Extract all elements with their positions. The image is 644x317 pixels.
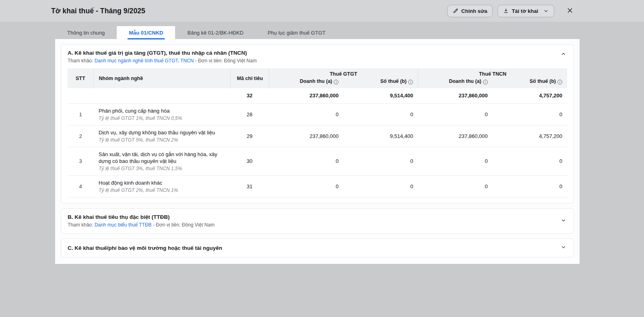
column-group-thue-gtgt: Thuế GTGT <box>269 68 418 78</box>
table-row: 4 Hoạt động kinh doanh khác Tỷ lệ thuế G… <box>68 175 567 197</box>
chevron-up-icon <box>561 51 566 58</box>
total-tncn-revenue: 237,860,000 <box>418 88 493 103</box>
tab-label: Phụ lục giảm thuế GTGT <box>268 30 326 36</box>
tncn-tax: 4,757,200 <box>493 125 567 147</box>
reference-link[interactable]: Danh mục biểu thuế TTĐB <box>95 222 152 228</box>
total-tncn-tax: 4,757,200 <box>493 88 567 103</box>
section-a-card: A. Kê khai thuế giá trị gia tăng (GTGT),… <box>61 44 574 204</box>
row-code: 31 <box>230 175 269 197</box>
declaration-workspace: Thông tin chung Mẫu 01/CNKD Bảng kê 01-2… <box>55 26 580 264</box>
tab-bar: Thông tin chung Mẫu 01/CNKD Bảng kê 01-2… <box>55 26 580 39</box>
total-code: 32 <box>230 88 269 103</box>
tncn-revenue: 237,860,000 <box>418 125 493 147</box>
tab-thong-tin-chung[interactable]: Thông tin chung <box>55 26 117 39</box>
tncn-revenue: 0 <box>418 147 493 175</box>
gtgt-revenue: 0 <box>269 175 343 197</box>
close-icon <box>567 7 573 15</box>
column-header-gtgt-doanh-thu: Doanh thu (a) <box>269 78 343 88</box>
modal-header: Tờ khai thuế - Tháng 9/2025 Chỉnh sửa Tả… <box>0 0 644 22</box>
table-row: 3 Sản xuất, vận tải, dịch vụ có gắn với … <box>68 147 567 175</box>
row-stt: 2 <box>68 125 93 147</box>
row-stt: 1 <box>68 103 93 125</box>
row-code: 28 <box>230 103 269 125</box>
tab-label: Bảng kê 01-2/BK-HĐKD <box>187 30 243 36</box>
row-code: 29 <box>230 125 269 147</box>
expand-section-b-button[interactable] <box>560 217 567 225</box>
tncn-revenue: 0 <box>418 175 493 197</box>
info-icon[interactable] <box>408 80 413 84</box>
tab-label: Thông tin chung <box>67 30 105 36</box>
column-header-gtgt-so-thue: Số thuế (b) <box>343 78 418 88</box>
column-header-tncn-doanh-thu: Doanh thu (a) <box>418 78 493 88</box>
column-header-label: Doanh thu (a) <box>300 78 332 84</box>
tax-declaration-table: STT Nhóm ngành nghề Mã chỉ tiêu Thuế GTG… <box>68 68 567 198</box>
industry-group-name: Phân phối, cung cấp hàng hóa <box>99 107 225 114</box>
gtgt-revenue: 0 <box>269 103 343 125</box>
chevron-down-icon <box>543 8 549 14</box>
info-icon[interactable] <box>334 80 339 84</box>
section-a-reference: Tham khảo: Danh mục ngành nghề tính thuế… <box>68 58 567 64</box>
column-header-label: Số thuế (b) <box>380 78 407 84</box>
table-total-row: 32 237,860,000 9,514,400 237,860,000 4,7… <box>68 88 567 103</box>
edit-button-label: Chỉnh sửa <box>461 8 487 14</box>
column-header-label: Số thuế (b) <box>530 78 556 84</box>
download-declaration-button[interactable]: Tải tờ khai <box>497 5 554 17</box>
tab-bang-ke-01-2[interactable]: Bảng kê 01-2/BK-HĐKD <box>175 26 255 39</box>
gtgt-revenue: 237,860,000 <box>269 125 343 147</box>
gtgt-tax: 0 <box>343 175 418 197</box>
download-icon <box>503 8 509 14</box>
section-b-card: B. Kê khai thuế tiêu thụ đặc biệt (TTĐB)… <box>61 208 574 234</box>
section-a-title: A. Kê khai thuế giá trị gia tăng (GTGT),… <box>68 50 567 56</box>
reference-suffix: - Đơn vị tiền: Đồng Việt Nam <box>194 58 256 64</box>
tncn-tax: 0 <box>493 103 567 125</box>
industry-group-name: Dịch vụ, xây dựng không bao thầu nguyên … <box>99 129 225 136</box>
row-stt: 4 <box>68 175 93 197</box>
expand-section-c-button[interactable] <box>560 244 567 252</box>
column-header-tncn-so-thue: Số thuế (b) <box>493 78 567 88</box>
page-title: Tờ khai thuế - Tháng 9/2025 <box>51 7 447 15</box>
table-row: 2 Dịch vụ, xây dựng không bao thầu nguyê… <box>68 125 567 147</box>
close-button[interactable] <box>565 6 575 16</box>
tncn-tax: 0 <box>493 175 567 197</box>
info-icon[interactable] <box>483 80 488 84</box>
info-icon[interactable] <box>557 80 562 84</box>
industry-group-name: Hoạt động kinh doanh khác <box>99 179 225 186</box>
total-gtgt-tax: 9,514,400 <box>343 88 418 103</box>
chevron-down-icon <box>561 218 566 224</box>
section-b-title: B. Kê khai thuế tiêu thụ đặc biệt (TTĐB) <box>68 214 567 220</box>
total-gtgt-revenue: 237,860,000 <box>269 88 343 103</box>
edit-button[interactable]: Chỉnh sửa <box>447 5 493 17</box>
tax-rate-note: Tỷ lệ thuế GTGT 2%, thuế TNCN 1% <box>99 187 225 193</box>
table-header: STT Nhóm ngành nghề Mã chỉ tiêu Thuế GTG… <box>68 68 567 88</box>
column-header-ma-chi-tieu: Mã chỉ tiêu <box>230 68 269 88</box>
chevron-down-icon <box>561 245 566 251</box>
gtgt-tax: 0 <box>343 103 418 125</box>
column-header-label: Doanh thu (a) <box>449 78 481 84</box>
tab-mau-01-cnkd[interactable]: Mẫu 01/CNKD <box>117 26 175 39</box>
reference-prefix: Tham khảo: <box>68 222 95 228</box>
tab-label: Mẫu 01/CNKD <box>129 30 163 36</box>
reference-prefix: Tham khảo: <box>68 58 95 64</box>
section-b-reference: Tham khảo: Danh mục biểu thuế TTĐB - Đơn… <box>68 222 567 228</box>
tab-content-panel: A. Kê khai thuế giá trị gia tăng (GTGT),… <box>55 39 580 264</box>
industry-group-name: Sản xuất, vận tải, dịch vụ có gắn với hà… <box>99 151 225 165</box>
collapse-section-a-button[interactable] <box>560 50 567 59</box>
gtgt-tax: 0 <box>343 147 418 175</box>
tab-phu-luc-giam-thue[interactable]: Phụ lục giảm thuế GTGT <box>256 26 338 39</box>
section-c-title: C. Kê khai thuế/phí bảo vệ môi trường ho… <box>68 245 567 251</box>
tax-rate-note: Tỷ lệ thuế GTGT 3%, thuế TNCN 1,5% <box>99 166 225 172</box>
reference-suffix: - Đơn vị tiền: Đồng Việt Nam <box>152 222 215 228</box>
tax-rate-note: Tỷ lệ thuế GTGT 5%, thuế TNCN 2% <box>99 137 225 143</box>
reference-link[interactable]: Danh mục ngành nghề tính thuế GTGT, TNCN <box>95 58 194 64</box>
column-header-nganh-nghe: Nhóm ngành nghề <box>93 68 230 88</box>
tax-rate-note: Tỷ lệ thuế GTGT 1%, thuế TNCN 0,5% <box>99 115 225 121</box>
gtgt-tax: 9,514,400 <box>343 125 418 147</box>
row-stt: 3 <box>68 147 93 175</box>
pencil-icon <box>453 8 458 14</box>
row-code: 30 <box>230 147 269 175</box>
download-button-label: Tải tờ khai <box>512 8 538 14</box>
column-group-thue-tncn: Thuế TNCN <box>418 68 568 78</box>
table-row: 1 Phân phối, cung cấp hàng hóa Tỷ lệ thu… <box>68 103 567 125</box>
tncn-tax: 0 <box>493 147 567 175</box>
column-header-stt: STT <box>68 68 93 88</box>
